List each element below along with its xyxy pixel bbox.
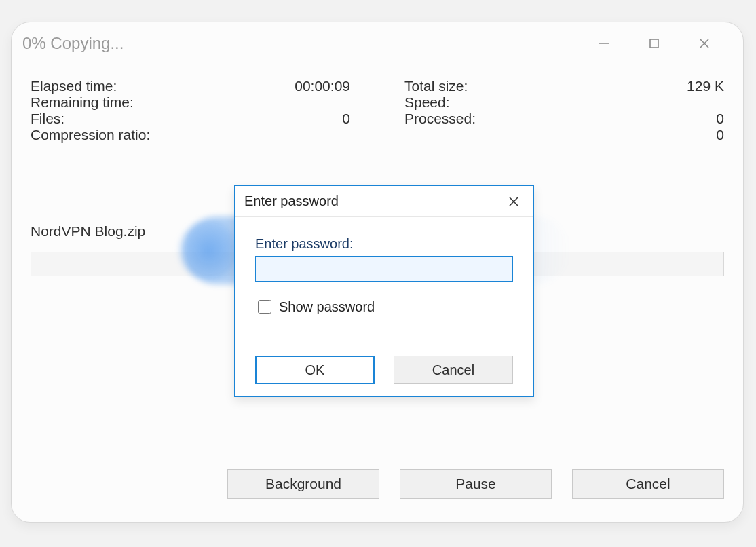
stat-value: 0: [697, 111, 724, 127]
svg-rect-1: [650, 39, 658, 48]
dialog-body: Enter password: Show password: [235, 217, 533, 316]
password-label: Enter password:: [255, 236, 513, 252]
dialog-titlebar: Enter password: [235, 186, 533, 217]
stats-grid: Elapsed time: 00:00:09 Remaining time: F…: [31, 78, 724, 143]
bottom-button-row: Background Pause Cancel: [12, 469, 743, 499]
minimize-button[interactable]: [579, 22, 629, 64]
stat-total-size: Total size: 129 K: [404, 78, 724, 94]
stat-files: Files: 0: [31, 111, 350, 127]
stat-value: 0: [323, 111, 350, 127]
ok-button[interactable]: OK: [255, 356, 375, 384]
stat-elapsed-time: Elapsed time: 00:00:09: [31, 78, 350, 94]
stat-processed: Processed: 0: [404, 111, 724, 127]
background-button[interactable]: Background: [227, 469, 379, 499]
stat-label: Processed:: [404, 111, 476, 127]
dialog-button-row: OK Cancel: [235, 356, 533, 384]
stat-label: Compression ratio:: [31, 127, 150, 143]
pause-button[interactable]: Pause: [400, 469, 552, 499]
dialog-title: Enter password: [244, 193, 499, 209]
show-password-label: Show password: [279, 299, 375, 315]
stat-value: 00:00:09: [295, 78, 350, 94]
stat-label: Elapsed time:: [31, 78, 117, 94]
stat-compression-ratio: Compression ratio:: [31, 127, 350, 143]
close-button[interactable]: [679, 22, 730, 64]
dialog-cancel-button[interactable]: Cancel: [394, 356, 513, 384]
titlebar: 0% Copying...: [12, 22, 743, 64]
show-password-row[interactable]: Show password: [255, 298, 513, 316]
stat-label: Remaining time:: [31, 94, 134, 111]
show-password-checkbox[interactable]: [258, 300, 271, 314]
stat-value: 129 K: [687, 78, 724, 94]
copy-progress-window: 0% Copying... Elapsed time: 00:00:09 Rem…: [11, 22, 744, 523]
dialog-close-button[interactable]: [499, 187, 528, 216]
stat-label: Speed:: [404, 94, 450, 111]
stat-label: Total size:: [404, 78, 468, 94]
maximize-button[interactable]: [629, 22, 679, 64]
password-input[interactable]: [255, 256, 513, 282]
stat-speed: Speed:: [404, 94, 724, 111]
stat-value: 0: [697, 127, 724, 143]
stat-label: Files:: [31, 111, 64, 127]
window-title: 0% Copying...: [20, 34, 579, 53]
stat-extra: 0: [404, 127, 724, 143]
password-dialog: Enter password Enter password: Show pass…: [234, 185, 534, 397]
cancel-button[interactable]: Cancel: [572, 469, 724, 499]
stat-remaining-time: Remaining time:: [31, 94, 350, 111]
